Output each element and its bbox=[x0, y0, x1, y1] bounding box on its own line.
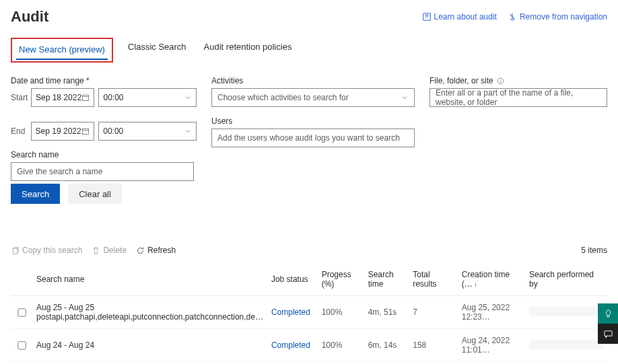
row-checkbox[interactable] bbox=[18, 308, 26, 316]
search-name-label: Search name bbox=[11, 150, 197, 159]
cell-search-name: Aug 24 - Aug 24 bbox=[32, 329, 267, 362]
tab-retention-policies[interactable]: Audit retention policies bbox=[201, 38, 295, 63]
start-date-input[interactable]: Sep 18 2022 bbox=[31, 88, 94, 107]
learn-about-audit-label: Learn about audit bbox=[434, 12, 497, 22]
calendar-icon bbox=[81, 127, 90, 135]
column-job-status[interactable]: Job status bbox=[267, 263, 318, 296]
cell-progress: 100% bbox=[318, 362, 364, 365]
cell-search-name: Aug 23 - Aug 23 putconnection,patchconne… bbox=[32, 362, 267, 365]
tabs-bar: New Search (preview) Classic Search Audi… bbox=[11, 38, 607, 63]
cell-job-status[interactable]: Completed bbox=[267, 329, 318, 362]
end-label: End bbox=[11, 126, 27, 136]
refresh-button[interactable]: Refresh bbox=[136, 246, 176, 255]
column-search-time[interactable]: Search time bbox=[364, 263, 409, 296]
table-row[interactable]: Aug 24 - Aug 24Completed100%6m, 14s158Au… bbox=[11, 329, 607, 362]
cell-job-status[interactable]: Completed bbox=[267, 362, 318, 365]
cell-performed-by bbox=[525, 362, 607, 365]
cell-progress: 100% bbox=[318, 296, 364, 329]
start-time-select[interactable]: 00:00 bbox=[98, 88, 197, 107]
date-range-label: Date and time range * bbox=[11, 76, 197, 85]
highlight-annotation: New Search (preview) bbox=[11, 38, 113, 63]
svg-rect-2 bbox=[83, 129, 89, 134]
column-search-name[interactable]: Search name bbox=[32, 263, 267, 296]
cell-creation-time: Aug 25, 2022 12:23… bbox=[458, 296, 525, 329]
search-name-placeholder: Give the search a name bbox=[17, 167, 102, 176]
info-icon[interactable] bbox=[497, 77, 504, 85]
cell-performed-by bbox=[525, 329, 607, 362]
column-total-results[interactable]: Total results bbox=[409, 263, 458, 296]
clear-all-button[interactable]: Clear all bbox=[68, 184, 122, 204]
svg-rect-4 bbox=[13, 248, 18, 254]
tab-new-search[interactable]: New Search (preview) bbox=[16, 40, 108, 60]
start-label: Start bbox=[11, 93, 27, 102]
calendar-icon bbox=[81, 94, 90, 102]
search-name-input[interactable]: Give the search a name bbox=[11, 162, 194, 181]
chat-icon bbox=[603, 329, 613, 339]
end-time-select[interactable]: 00:00 bbox=[98, 122, 197, 141]
cell-progress: 100% bbox=[318, 329, 364, 362]
cell-search-time: 4m, 51s bbox=[364, 296, 409, 329]
column-creation-time[interactable]: Creation time (…↓ bbox=[458, 263, 525, 296]
table-row[interactable]: Aug 23 - Aug 23 putconnection,patchconne… bbox=[11, 362, 607, 365]
end-time-value: 00:00 bbox=[103, 126, 123, 136]
cell-total-results: 158 bbox=[409, 329, 458, 362]
results-toolbar: Copy this search Delete Refresh 5 items bbox=[11, 242, 607, 259]
activities-placeholder: Choose which activities to search for bbox=[217, 93, 349, 102]
file-input[interactable]: Enter all or a part of the name of a fil… bbox=[430, 88, 607, 107]
chevron-down-icon bbox=[401, 94, 409, 102]
refresh-icon bbox=[136, 246, 145, 255]
side-feedback-tabs bbox=[598, 303, 618, 344]
book-icon bbox=[422, 12, 432, 22]
users-label: Users bbox=[211, 116, 415, 126]
results-table: Search name Job status Progess (%) Searc… bbox=[11, 263, 607, 364]
start-time-value: 00:00 bbox=[103, 93, 123, 102]
copy-icon bbox=[11, 246, 20, 255]
page-title: Audit bbox=[11, 8, 48, 26]
learn-about-audit-link[interactable]: Learn about audit bbox=[422, 12, 497, 22]
column-progress[interactable]: Progess (%) bbox=[318, 263, 364, 296]
refresh-label: Refresh bbox=[147, 246, 176, 255]
table-row[interactable]: Aug 25 - Aug 25 postapi,patchapi,deletea… bbox=[11, 296, 607, 329]
cell-search-name: Aug 25 - Aug 25 postapi,patchapi,deletea… bbox=[32, 296, 267, 329]
remove-from-nav-link[interactable]: Remove from navigation bbox=[508, 12, 607, 22]
end-date-input[interactable]: Sep 19 2022 bbox=[31, 122, 95, 141]
pin-remove-icon bbox=[508, 12, 517, 22]
activities-select[interactable]: Choose which activities to search for bbox=[211, 88, 415, 107]
chat-tab[interactable] bbox=[598, 324, 618, 344]
cell-job-status[interactable]: Completed bbox=[267, 296, 318, 329]
column-checkbox bbox=[11, 263, 32, 296]
cell-creation-time: Aug 24, 2022 11:01… bbox=[458, 329, 525, 362]
copy-search-label: Copy this search bbox=[22, 246, 82, 255]
tab-classic-search[interactable]: Classic Search bbox=[125, 38, 189, 63]
feedback-tab[interactable] bbox=[598, 303, 618, 324]
cell-total-results: 0 bbox=[409, 362, 458, 365]
cell-search-time: 6m, 14s bbox=[364, 329, 409, 362]
file-label: File, folder, or site bbox=[430, 76, 607, 85]
items-count: 5 items bbox=[581, 246, 607, 255]
start-date-value: Sep 18 2022 bbox=[36, 93, 81, 102]
delete-label: Delete bbox=[103, 246, 127, 255]
header-links: Learn about audit Remove from navigation bbox=[422, 12, 607, 22]
column-performed-by[interactable]: Search performed by bbox=[525, 263, 607, 296]
trash-icon bbox=[92, 246, 100, 255]
chevron-down-icon bbox=[184, 94, 192, 102]
cell-search-time: 4m, 14s bbox=[364, 362, 409, 365]
cell-total-results: 7 bbox=[409, 296, 458, 329]
sort-desc-icon: ↓ bbox=[474, 281, 477, 288]
remove-from-nav-label: Remove from navigation bbox=[520, 12, 607, 22]
copy-search-button[interactable]: Copy this search bbox=[11, 246, 82, 255]
cell-performed-by bbox=[525, 296, 607, 329]
svg-rect-1 bbox=[83, 95, 89, 100]
activities-label: Activities bbox=[211, 76, 415, 85]
lightbulb-icon bbox=[603, 309, 613, 319]
users-input[interactable]: Add the users whose audit logs you want … bbox=[211, 129, 415, 147]
chevron-down-icon bbox=[184, 127, 192, 135]
delete-button[interactable]: Delete bbox=[92, 246, 127, 255]
row-checkbox[interactable] bbox=[18, 341, 26, 349]
end-date-value: Sep 19 2022 bbox=[36, 126, 81, 136]
file-placeholder: Enter all or a part of the name of a fil… bbox=[436, 88, 601, 107]
cell-creation-time: Aug 23, 2022 9:44 … bbox=[458, 362, 525, 365]
svg-rect-5 bbox=[604, 330, 611, 336]
search-button[interactable]: Search bbox=[11, 184, 60, 204]
users-placeholder: Add the users whose audit logs you want … bbox=[217, 133, 400, 143]
